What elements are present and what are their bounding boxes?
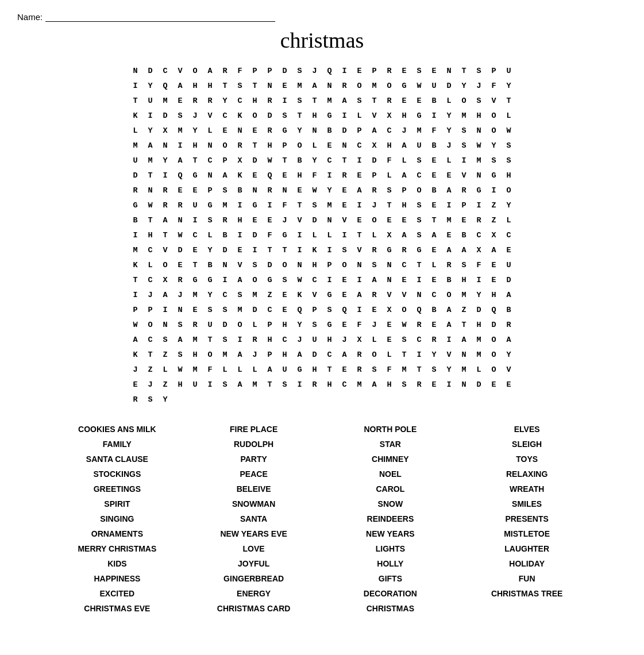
grid-cell: M	[367, 78, 382, 93]
grid-cell: A	[233, 347, 248, 362]
grid-cell: E	[382, 332, 397, 347]
grid-cell: I	[427, 108, 442, 123]
grid-cell: E	[367, 302, 382, 317]
grid-cell: R	[367, 242, 382, 257]
grid-cell: D	[218, 317, 233, 332]
grid-cell: T	[457, 317, 472, 332]
grid-cell: F	[233, 63, 248, 78]
grid-cell: E	[427, 377, 442, 392]
grid-cell: A	[218, 168, 233, 183]
grid-cell: A	[457, 242, 472, 257]
grid-cell: O	[412, 183, 427, 198]
grid-cell: Y	[442, 108, 457, 123]
grid-cell: G	[382, 242, 397, 257]
word-item: WREATH	[461, 483, 592, 495]
word-item: ELVES	[461, 423, 592, 436]
grid-cell: P	[263, 347, 277, 362]
grid-cell: B	[502, 302, 516, 317]
grid-cell: K	[307, 242, 322, 257]
grid-cell: L	[367, 332, 382, 347]
grid-cell: X	[367, 138, 382, 153]
grid-cell: N	[292, 257, 307, 272]
grid-cell: S	[218, 302, 233, 317]
grid-cell: L	[248, 362, 263, 377]
grid-cell: E	[173, 93, 188, 108]
grid-cell: N	[382, 257, 397, 272]
grid-cell: H	[143, 228, 158, 242]
word-item: STAR	[325, 438, 456, 450]
grid-cell: S	[322, 302, 337, 317]
grid-cell: I	[233, 332, 248, 347]
grid-cell: M	[472, 347, 487, 362]
grid-cell: T	[292, 198, 307, 213]
grid-cell: A	[442, 183, 457, 198]
grid-cell: E	[128, 377, 143, 392]
grid-cell: F	[472, 257, 487, 272]
grid-cell: P	[367, 168, 382, 183]
grid-cell: E	[442, 168, 457, 183]
word-item: GIFTS	[325, 572, 456, 585]
grid-cell: N	[158, 317, 173, 332]
grid-cell: S	[307, 317, 322, 332]
word-item: ORNAMENTS	[52, 527, 183, 540]
grid-cell: A	[502, 332, 516, 347]
grid-cell: P	[277, 138, 292, 153]
grid-cell: U	[188, 198, 203, 213]
grid-cell: V	[352, 242, 367, 257]
grid-cell: R	[367, 287, 382, 302]
word-item: CHRISTMAS EVE	[52, 602, 183, 615]
grid-cell: U	[203, 317, 218, 332]
grid-cell: R	[337, 78, 352, 93]
grid-cell: W	[263, 153, 277, 168]
word-item: CHRISTMAS CARD	[188, 602, 319, 615]
grid-cell: P	[218, 153, 233, 168]
grid-cell: X	[158, 272, 173, 287]
grid-cell: V	[158, 242, 173, 257]
grid-cell: P	[367, 63, 382, 78]
grid-cell: O	[367, 213, 382, 228]
grid-cell: N	[457, 377, 472, 392]
grid-cell: C	[472, 228, 487, 242]
grid-cell: H	[263, 332, 277, 347]
grid-cell: H	[188, 347, 203, 362]
word-item: SNOWMAN	[188, 498, 319, 510]
grid-cell: E	[337, 317, 352, 332]
grid-cell: D	[472, 377, 487, 392]
grid-cell: I	[173, 138, 188, 153]
grid-cell: S	[218, 183, 233, 198]
grid-cell: E	[502, 242, 516, 257]
grid-cell: N	[203, 168, 218, 183]
grid-cell: I	[487, 183, 502, 198]
grid-cell: M	[457, 108, 472, 123]
grid-cell: S	[203, 302, 218, 317]
grid-cell: B	[427, 183, 442, 198]
grid-cell: E	[487, 272, 502, 287]
grid-cell: M	[322, 198, 337, 213]
grid-cell: T	[188, 257, 203, 272]
grid-cell: R	[158, 183, 173, 198]
grid-cell: Q	[412, 302, 427, 317]
grid-cell: A	[457, 332, 472, 347]
grid-cell: A	[337, 93, 352, 108]
grid-cell: J	[188, 108, 203, 123]
grid-cell: O	[487, 332, 502, 347]
grid-cell: W	[143, 198, 158, 213]
grid-cell: G	[248, 198, 263, 213]
grid-cell: A	[292, 347, 307, 362]
word-item: CHIMNEY	[325, 453, 456, 465]
grid-cell: B	[442, 272, 457, 287]
grid-cell: N	[173, 213, 188, 228]
grid-cell: K	[233, 108, 248, 123]
grid-cell: F	[203, 362, 218, 377]
name-underline[interactable]	[45, 11, 275, 22]
grid-cell: E	[248, 213, 263, 228]
grid-cell: V	[457, 168, 472, 183]
grid-cell: S	[277, 108, 292, 123]
grid-cell: C	[143, 242, 158, 257]
grid-cell: L	[352, 108, 367, 123]
grid-cell: V	[397, 287, 412, 302]
grid-cell: I	[188, 213, 203, 228]
grid-cell: A	[397, 168, 412, 183]
grid-cell: W	[128, 317, 143, 332]
grid-cell: N	[472, 168, 487, 183]
